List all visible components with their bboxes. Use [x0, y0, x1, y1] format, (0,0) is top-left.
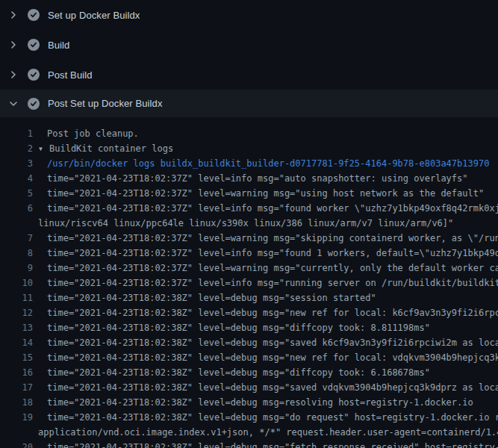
line-number[interactable]: 10: [0, 276, 33, 290]
log-line: 10 time="2021-04-23T18:02:37Z" level=inf…: [0, 276, 498, 290]
step-row-build[interactable]: Build: [0, 30, 498, 60]
line-number[interactable]: 1: [0, 126, 33, 141]
log-text: time="2021-04-23T18:02:37Z" level=warnin…: [47, 186, 484, 201]
log-line: 20 time="2021-04-23T18:02:38Z" level=deb…: [0, 440, 498, 448]
line-number[interactable]: 20: [0, 440, 33, 448]
log-line: 2 ▼BuildKit container logs: [0, 141, 498, 156]
line-number[interactable]: 15: [0, 350, 33, 365]
log-text: time="2021-04-23T18:02:38Z" level=debug …: [47, 350, 498, 365]
line-number: [0, 425, 33, 440]
line-number[interactable]: 12: [0, 305, 33, 320]
line-number[interactable]: 17: [0, 380, 33, 395]
line-number[interactable]: 16: [0, 365, 33, 380]
log-line: 3 /usr/bin/docker logs buildx_buildkit_b…: [0, 156, 498, 171]
log-line: 5 time="2021-04-23T18:02:37Z" level=warn…: [0, 186, 498, 201]
triangle-down-icon[interactable]: ▼: [39, 142, 49, 157]
log-text: time="2021-04-23T18:02:38Z" level=debug …: [47, 410, 498, 425]
line-number[interactable]: 14: [0, 335, 33, 350]
log-line: application/vnd.oci.image.index.v1+json,…: [0, 425, 498, 440]
check-circle-icon: [28, 98, 40, 110]
log-text: time="2021-04-23T18:02:37Z" level=warnin…: [47, 231, 498, 246]
log-text: time="2021-04-23T18:02:38Z" level=debug …: [47, 365, 430, 380]
step-label: Post Build: [48, 69, 93, 81]
line-number: [0, 216, 33, 231]
step-row-post-set-up-docker-buildx[interactable]: Post Set up Docker Buildx: [0, 90, 498, 117]
step-log-output: 1 Post job cleanup. 2 ▼BuildKit containe…: [0, 117, 498, 448]
log-text: time="2021-04-23T18:02:37Z" level=info m…: [47, 276, 498, 290]
step-label: Set up Docker Buildx: [48, 10, 140, 21]
log-line: 6 time="2021-04-23T18:02:37Z" level=info…: [0, 201, 498, 216]
log-line: linux/riscv64 linux/ppc64le linux/s390x …: [0, 216, 498, 231]
line-number[interactable]: 4: [0, 171, 33, 186]
log-line: 13 time="2021-04-23T18:02:38Z" level=deb…: [0, 320, 498, 335]
actions-log-viewer: Set up Docker Buildx Build Post Build Po…: [0, 0, 498, 448]
log-line: 18 time="2021-04-23T18:02:38Z" level=deb…: [0, 395, 498, 410]
log-line: 9 time="2021-04-23T18:02:37Z" level=warn…: [0, 261, 498, 276]
line-number[interactable]: 6: [0, 201, 33, 216]
log-line: 7 time="2021-04-23T18:02:37Z" level=warn…: [0, 231, 498, 246]
log-text: time="2021-04-23T18:02:38Z" level=debug …: [47, 380, 498, 395]
line-number[interactable]: 8: [0, 246, 33, 261]
log-line: 14 time="2021-04-23T18:02:38Z" level=deb…: [0, 335, 498, 350]
log-line: 4 time="2021-04-23T18:02:37Z" level=info…: [0, 171, 498, 186]
log-line: 8 time="2021-04-23T18:02:37Z" level=info…: [0, 246, 498, 261]
log-line: 12 time="2021-04-23T18:02:38Z" level=deb…: [0, 305, 498, 320]
log-text: time="2021-04-23T18:02:38Z" level=debug …: [47, 440, 498, 448]
log-text: time="2021-04-23T18:02:38Z" level=debug …: [47, 290, 376, 305]
log-line: 16 time="2021-04-23T18:02:38Z" level=deb…: [0, 365, 498, 380]
log-text: time="2021-04-23T18:02:38Z" level=debug …: [47, 335, 498, 350]
log-line: 17 time="2021-04-23T18:02:38Z" level=deb…: [0, 380, 498, 395]
line-number[interactable]: 9: [0, 261, 33, 276]
chevron-right-icon[interactable]: [7, 9, 19, 21]
log-line: 1 Post job cleanup.: [0, 126, 498, 141]
line-number[interactable]: 3: [0, 156, 33, 171]
log-text: Post job cleanup.: [47, 126, 139, 141]
chevron-down-icon[interactable]: [7, 98, 19, 110]
line-number[interactable]: 11: [0, 290, 33, 305]
log-line: 19 time="2021-04-23T18:02:38Z" level=deb…: [0, 410, 498, 425]
check-circle-icon: [28, 39, 40, 51]
chevron-right-icon[interactable]: [7, 39, 19, 51]
log-text: time="2021-04-23T18:02:37Z" level=info m…: [47, 171, 468, 186]
log-group-toggle[interactable]: ▼BuildKit container logs: [39, 141, 173, 156]
step-label: Post Set up Docker Buildx: [48, 98, 163, 109]
step-label: Build: [48, 40, 69, 51]
line-number[interactable]: 2: [0, 141, 33, 156]
log-text: time="2021-04-23T18:02:37Z" level=warnin…: [47, 261, 498, 276]
log-text: time="2021-04-23T18:02:37Z" level=info m…: [47, 201, 498, 216]
step-row-set-up-docker-buildx[interactable]: Set up Docker Buildx: [0, 0, 498, 30]
log-text: time="2021-04-23T18:02:38Z" level=debug …: [47, 305, 498, 320]
line-number[interactable]: 18: [0, 395, 33, 410]
log-line: 15 time="2021-04-23T18:02:38Z" level=deb…: [0, 350, 498, 365]
log-text: time="2021-04-23T18:02:38Z" level=debug …: [47, 395, 473, 410]
log-text: /usr/bin/docker logs buildx_buildkit_bui…: [47, 156, 489, 171]
line-number[interactable]: 5: [0, 186, 33, 201]
line-number[interactable]: 13: [0, 320, 33, 335]
log-text: linux/riscv64 linux/ppc64le linux/s390x …: [38, 216, 453, 231]
check-circle-icon: [28, 9, 40, 21]
log-line: 11 time="2021-04-23T18:02:38Z" level=deb…: [0, 290, 498, 305]
line-number[interactable]: 7: [0, 231, 33, 246]
line-number[interactable]: 19: [0, 410, 33, 425]
check-circle-icon: [28, 69, 40, 81]
log-text: application/vnd.oci.image.index.v1+json,…: [38, 425, 498, 440]
log-text: time="2021-04-23T18:02:38Z" level=debug …: [47, 320, 430, 335]
log-text: time="2021-04-23T18:02:37Z" level=info m…: [47, 246, 498, 261]
step-row-post-build[interactable]: Post Build: [0, 60, 498, 90]
chevron-right-icon[interactable]: [7, 69, 19, 81]
